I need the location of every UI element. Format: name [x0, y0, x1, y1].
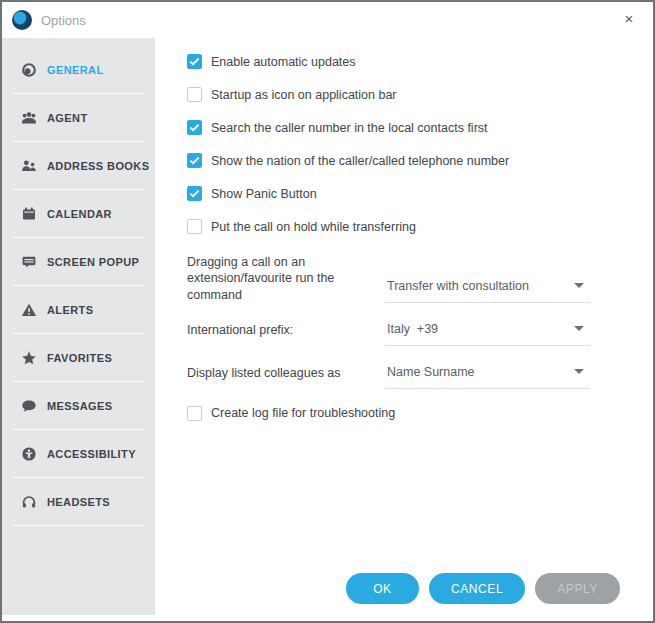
sidebar-item-messages[interactable]: MESSAGES	[2, 382, 155, 430]
messages-icon	[21, 398, 37, 414]
sidebar-item-label: AGENT	[47, 112, 88, 124]
checkbox-startup-as-icon[interactable]: Startup as icon on application bar	[187, 87, 653, 102]
sidebar-item-agent[interactable]: AGENT	[2, 94, 155, 142]
close-icon[interactable]: ×	[619, 10, 639, 30]
sidebar-item-favorites[interactable]: FAVORITES	[2, 334, 155, 382]
checkbox-box[interactable]	[187, 186, 202, 201]
options-dialog: Options × GENERAL AGENT ADDRES	[0, 0, 655, 623]
checkbox-label: Show Panic Button	[211, 187, 317, 201]
headsets-icon	[21, 494, 37, 510]
checkbox-search-caller-local-contacts[interactable]: Search the caller number in the local co…	[187, 120, 653, 135]
checkbox-label: Show the nation of the caller/called tel…	[211, 154, 509, 168]
address-books-icon	[21, 158, 37, 174]
dropdown-international-prefix[interactable]: Italy +39	[385, 320, 590, 346]
sidebar-item-general[interactable]: GENERAL	[2, 46, 155, 94]
sidebar-item-label: FAVORITES	[47, 352, 112, 364]
chevron-down-icon	[574, 283, 584, 288]
dropdown-label: Dragging a call on an extension/favourit…	[187, 252, 385, 303]
international-prefix-row: International prefix: Italy +39	[187, 320, 653, 346]
checkbox-enable-automatic-updates[interactable]: Enable automatic updates	[187, 54, 653, 69]
chevron-down-icon	[574, 326, 584, 331]
checkbox-box[interactable]	[187, 54, 202, 69]
app-logo-icon	[12, 10, 32, 30]
sidebar-item-label: CALENDAR	[47, 208, 112, 220]
checkbox-box[interactable]	[187, 219, 202, 234]
dropdown-display-colleagues[interactable]: Name Surname	[385, 363, 590, 389]
dropdown-value: Italy +39	[387, 322, 438, 336]
checkbox-show-panic-button[interactable]: Show Panic Button	[187, 186, 653, 201]
general-icon	[21, 62, 37, 78]
checkbox-box[interactable]	[187, 406, 202, 421]
favorites-icon	[21, 350, 37, 366]
checkbox-label: Search the caller number in the local co…	[211, 121, 488, 135]
sidebar-item-accessibility[interactable]: ACCESSIBILITY	[2, 430, 155, 478]
checkbox-box[interactable]	[187, 87, 202, 102]
ok-button[interactable]: OK	[346, 573, 419, 604]
dropdown-value: Transfer with consultation	[387, 279, 529, 293]
apply-button[interactable]: APPLY	[535, 573, 620, 604]
accessibility-icon	[21, 446, 37, 462]
sidebar-item-label: ALERTS	[47, 304, 93, 316]
checkbox-label: Enable automatic updates	[211, 55, 356, 69]
checkbox-hold-while-transferring[interactable]: Put the call on hold while transferring	[187, 219, 653, 234]
sidebar-item-label: GENERAL	[47, 64, 104, 76]
sidebar-item-label: HEADSETS	[47, 496, 110, 508]
checkbox-box[interactable]	[187, 153, 202, 168]
drag-command-row: Dragging a call on an extension/favourit…	[187, 252, 653, 303]
checkbox-box[interactable]	[187, 120, 202, 135]
agent-icon	[21, 110, 37, 126]
sidebar-item-label: ADDRESS BOOKS	[47, 160, 149, 172]
sidebar-item-label: MESSAGES	[47, 400, 113, 412]
checkbox-label: Create log file for troubleshooting	[211, 406, 395, 420]
checkbox-label: Put the call on hold while transferring	[211, 220, 416, 234]
sidebar-item-calendar[interactable]: CALENDAR	[2, 190, 155, 238]
screen-popup-icon	[21, 254, 37, 270]
window-title: Options	[41, 13, 86, 28]
sidebar: GENERAL AGENT ADDRESS BOOKS CALENDAR	[2, 38, 155, 615]
title-bar: Options ×	[2, 2, 653, 38]
chevron-down-icon	[574, 369, 584, 374]
display-colleagues-row: Display listed colleagues as Name Surnam…	[187, 363, 653, 389]
sidebar-item-label: ACCESSIBILITY	[47, 448, 136, 460]
checkbox-label: Startup as icon on application bar	[211, 88, 397, 102]
checkbox-create-log-file[interactable]: Create log file for troubleshooting	[187, 406, 653, 421]
footer-buttons: OK CANCEL APPLY	[346, 573, 620, 604]
sidebar-item-screen-popup[interactable]: SCREEN POPUP	[2, 238, 155, 286]
checkbox-show-nation[interactable]: Show the nation of the caller/called tel…	[187, 153, 653, 168]
dropdown-label: International prefix:	[187, 320, 385, 346]
dropdown-value: Name Surname	[387, 365, 475, 379]
sidebar-item-alerts[interactable]: ALERTS	[2, 286, 155, 334]
general-settings-panel: Enable automatic updates Startup as icon…	[155, 38, 653, 621]
alerts-icon	[21, 302, 37, 318]
sidebar-item-label: SCREEN POPUP	[47, 256, 139, 268]
sidebar-item-address-books[interactable]: ADDRESS BOOKS	[2, 142, 155, 190]
sidebar-item-headsets[interactable]: HEADSETS	[2, 478, 155, 526]
dropdown-label: Display listed colleagues as	[187, 363, 385, 389]
dropdown-drag-command[interactable]: Transfer with consultation	[385, 277, 590, 303]
cancel-button[interactable]: CANCEL	[429, 573, 525, 604]
calendar-icon	[21, 206, 37, 222]
